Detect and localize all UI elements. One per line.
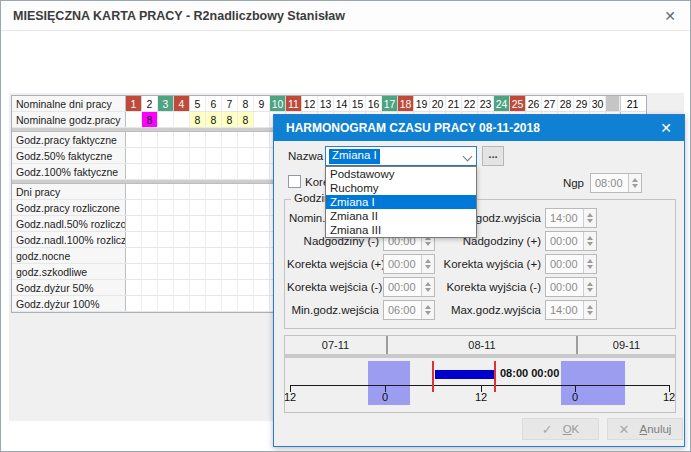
grid-cell[interactable] — [142, 164, 158, 179]
hour-cell-9[interactable] — [254, 112, 270, 127]
hour-cell-5[interactable]: 8 — [190, 112, 206, 127]
grid-cell[interactable] — [206, 216, 222, 231]
day-cell-2[interactable]: 2 — [142, 96, 158, 111]
grid-cell[interactable] — [174, 148, 190, 163]
hour-cell-3[interactable] — [158, 112, 174, 127]
grid-cell[interactable] — [222, 148, 238, 163]
grid-cell[interactable] — [190, 200, 206, 215]
grid-cell[interactable] — [190, 164, 206, 179]
grid-cell[interactable] — [142, 184, 158, 199]
grid-cell[interactable] — [126, 164, 142, 179]
grid-cell[interactable] — [158, 232, 174, 247]
grid-cell[interactable] — [158, 184, 174, 199]
grid-cell[interactable] — [158, 264, 174, 279]
grid-cell[interactable] — [142, 232, 158, 247]
grid-cell[interactable] — [158, 248, 174, 263]
grid-cell[interactable] — [174, 280, 190, 295]
day-cell-26[interactable]: 26 — [526, 96, 542, 111]
day-cell-22[interactable]: 22 — [462, 96, 478, 111]
grid-cell[interactable] — [238, 184, 254, 199]
grid-cell[interactable] — [206, 148, 222, 163]
grid-cell[interactable] — [222, 132, 238, 147]
grid-cell[interactable] — [174, 200, 190, 215]
dropdown-item[interactable]: Ruchomy — [326, 181, 476, 195]
grid-cell[interactable] — [126, 280, 142, 295]
day-cell-20[interactable]: 20 — [430, 96, 446, 111]
day-cell-13[interactable]: 13 — [318, 96, 334, 111]
grid-cell[interactable] — [142, 296, 158, 311]
grid-cell[interactable] — [174, 264, 190, 279]
korekta-checkbox[interactable] — [288, 175, 301, 188]
grid-cell[interactable] — [158, 200, 174, 215]
grid-cell[interactable] — [174, 132, 190, 147]
day-cell-29[interactable]: 29 — [574, 96, 590, 111]
day-cell-7[interactable]: 7 — [222, 96, 238, 111]
grid-cell[interactable] — [222, 184, 238, 199]
grid-cell[interactable] — [254, 184, 270, 199]
dialog-close-icon[interactable]: ✕ — [660, 120, 672, 136]
day-cell-19[interactable]: 19 — [414, 96, 430, 111]
hour-cell-6[interactable]: 8 — [206, 112, 222, 127]
grid-cell[interactable] — [142, 132, 158, 147]
grid-cell[interactable] — [254, 264, 270, 279]
grid-cell[interactable] — [238, 248, 254, 263]
end-marker[interactable] — [494, 361, 496, 392]
grid-cell[interactable] — [206, 280, 222, 295]
grid-cell[interactable] — [142, 148, 158, 163]
dropdown-item[interactable]: Zmiana III — [326, 223, 476, 237]
schedule-combobox[interactable]: Zmiana I — [325, 146, 477, 166]
grid-cell[interactable] — [190, 264, 206, 279]
grid-cell[interactable] — [238, 216, 254, 231]
day-cell-25[interactable]: 25 — [510, 96, 526, 111]
start-marker[interactable] — [432, 361, 434, 392]
grid-cell[interactable] — [190, 280, 206, 295]
grid-cell[interactable] — [142, 200, 158, 215]
day-cell-5[interactable]: 5 — [190, 96, 206, 111]
grid-cell[interactable] — [206, 200, 222, 215]
day-cell-14[interactable]: 14 — [334, 96, 350, 111]
grid-cell[interactable] — [222, 200, 238, 215]
grid-cell[interactable] — [126, 264, 142, 279]
grid-cell[interactable] — [254, 216, 270, 231]
grid-cell[interactable] — [206, 296, 222, 311]
grid-cell[interactable] — [158, 148, 174, 163]
grid-cell[interactable] — [190, 216, 206, 231]
grid-cell[interactable] — [190, 132, 206, 147]
day-cell-28[interactable]: 28 — [558, 96, 574, 111]
grid-cell[interactable] — [126, 248, 142, 263]
grid-cell[interactable] — [254, 248, 270, 263]
grid-cell[interactable] — [158, 280, 174, 295]
grid-cell[interactable] — [222, 296, 238, 311]
grid-cell[interactable] — [174, 216, 190, 231]
grid-cell[interactable] — [222, 280, 238, 295]
grid-cell[interactable] — [238, 296, 254, 311]
grid-cell[interactable] — [142, 264, 158, 279]
grid-cell[interactable] — [254, 296, 270, 311]
grid-cell[interactable] — [206, 232, 222, 247]
grid-cell[interactable] — [254, 232, 270, 247]
grid-cell[interactable] — [206, 264, 222, 279]
grid-cell[interactable] — [222, 264, 238, 279]
grid-cell[interactable] — [222, 232, 238, 247]
day-cell-1[interactable]: 1 — [126, 96, 142, 111]
grid-cell[interactable] — [126, 296, 142, 311]
chevron-down-icon[interactable] — [458, 147, 476, 165]
grid-cell[interactable] — [222, 164, 238, 179]
grid-cell[interactable] — [174, 248, 190, 263]
grid-cell[interactable] — [206, 184, 222, 199]
grid-cell[interactable] — [254, 132, 270, 147]
grid-cell[interactable] — [254, 164, 270, 179]
grid-cell[interactable] — [174, 296, 190, 311]
day-cell-27[interactable]: 27 — [542, 96, 558, 111]
grid-cell[interactable] — [142, 216, 158, 231]
hour-cell-2[interactable]: 8 — [142, 112, 158, 127]
grid-cell[interactable] — [158, 132, 174, 147]
grid-cell[interactable] — [238, 280, 254, 295]
grid-cell[interactable] — [206, 164, 222, 179]
grid-cell[interactable] — [206, 132, 222, 147]
day-cell-4[interactable]: 4 — [174, 96, 190, 111]
day-cell-17[interactable]: 17 — [382, 96, 398, 111]
grid-cell[interactable] — [158, 164, 174, 179]
grid-cell[interactable] — [142, 280, 158, 295]
grid-cell[interactable] — [126, 132, 142, 147]
